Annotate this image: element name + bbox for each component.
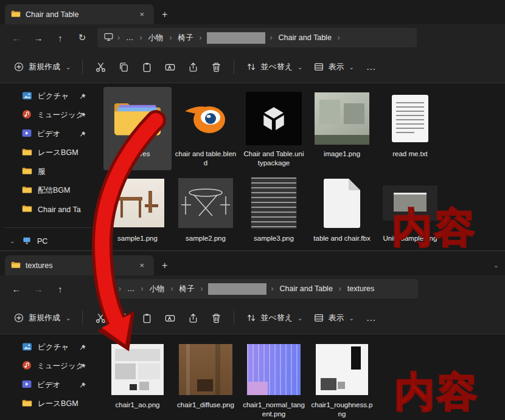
- new-item-button[interactable]: 新規作成 ⌄: [9, 58, 75, 76]
- breadcrumb-komono[interactable]: 小物: [147, 283, 167, 295]
- cut-button[interactable]: [89, 57, 111, 77]
- crumb-separator: ›: [198, 284, 206, 293]
- breadcrumb-ellipsis[interactable]: …: [124, 32, 136, 43]
- forward-button[interactable]: →: [28, 28, 49, 47]
- navigation-bar: ← → ↑ ↻ › … › 小物 › 椅子 › › Chair and Tabl…: [0, 24, 505, 51]
- file-blend[interactable]: chair and table.blend: [172, 87, 240, 170]
- rename-button[interactable]: [159, 57, 181, 77]
- image-thumbnail: [251, 175, 297, 231]
- sidebar-item-race-bgm[interactable]: レースBGM: [4, 143, 92, 162]
- back-button[interactable]: ←: [6, 279, 27, 298]
- image-thumbnail: [178, 175, 233, 231]
- chevron-down-icon[interactable]: ⌄: [493, 261, 499, 269]
- breadcrumb-isu[interactable]: 椅子: [176, 32, 196, 44]
- image-thumbnail: [315, 91, 369, 146]
- sidebar-item-music[interactable]: ミュージック: [4, 357, 92, 376]
- tab-textures[interactable]: textures ×: [5, 255, 154, 275]
- file-textures-folder[interactable]: textures: [103, 87, 172, 170]
- sidebar-item-label: ビデオ: [37, 380, 60, 390]
- annotation-content-label-bottom: 内容: [394, 365, 479, 419]
- file-chair1-roughness[interactable]: chair1_roughness.png: [308, 338, 376, 420]
- sidebar-item-race-bgm[interactable]: レースBGM: [4, 394, 92, 413]
- file-image1[interactable]: image1.png: [308, 87, 376, 170]
- share-button[interactable]: [182, 57, 204, 77]
- paste-button[interactable]: [136, 57, 158, 77]
- breadcrumb-chair-and-table[interactable]: Chair and Table: [277, 283, 335, 294]
- paste-button[interactable]: [136, 308, 158, 328]
- new-item-button[interactable]: 新規作成 ⌄: [9, 309, 75, 327]
- sidebar-item-pictures[interactable]: ピクチャ: [4, 338, 92, 357]
- file-label: Chair and Table.unitypackage: [243, 150, 305, 168]
- sort-button[interactable]: 並べ替え ⌄: [241, 58, 307, 76]
- new-tab-button[interactable]: +: [154, 4, 175, 24]
- crumb-separator: ›: [267, 33, 276, 42]
- this-pc-icon: [105, 283, 115, 295]
- file-chair1-diffuse[interactable]: chair1_diffuse.png: [172, 338, 240, 420]
- sidebar-item-pc[interactable]: ⌄ PC: [4, 232, 92, 250]
- up-button[interactable]: ↑: [50, 279, 71, 298]
- cut-button[interactable]: [89, 308, 111, 328]
- rename-button[interactable]: [159, 308, 181, 328]
- file-sample1[interactable]: sample1.png: [103, 171, 172, 246]
- file-chair1-normal-tangent[interactable]: chair1_normal_tangent.png: [240, 338, 308, 420]
- chevron-down-icon[interactable]: ⌄: [10, 238, 15, 244]
- sidebar-item-music[interactable]: ミュージック: [4, 106, 92, 125]
- up-button[interactable]: ↑: [50, 28, 71, 47]
- copy-button[interactable]: [113, 308, 134, 328]
- sidebar-item-label: レースBGM: [38, 399, 78, 409]
- forward-button[interactable]: →: [28, 279, 49, 298]
- text-file-icon: [391, 91, 429, 146]
- sidebar-item-label: PC: [37, 237, 47, 246]
- close-tab-button[interactable]: ×: [136, 9, 148, 19]
- sidebar-item-fuku[interactable]: 服: [4, 162, 92, 181]
- annotation-content-label-top: 内容: [392, 201, 477, 255]
- breadcrumb-chair-and-table[interactable]: Chair and Table: [276, 32, 334, 43]
- file-label: table and chair.fbx: [313, 234, 370, 243]
- image-thumbnail: [111, 342, 164, 398]
- breadcrumb-komono[interactable]: 小物: [146, 32, 166, 44]
- sidebar-item-chair-and-table[interactable]: Chair and Ta: [4, 200, 92, 219]
- view-button[interactable]: 表示 ⌄: [308, 58, 358, 76]
- chevron-down-icon: ⌄: [66, 64, 71, 71]
- address-bar[interactable]: › … › 小物 › 椅子 › › Chair and Table › text…: [99, 279, 418, 298]
- file-unitypackage[interactable]: Chair and Table.unitypackage: [240, 87, 308, 170]
- close-tab-button[interactable]: ×: [136, 260, 148, 270]
- copy-button[interactable]: [113, 57, 134, 77]
- sidebar: ピクチャ ミュージック ビデオ レースBGM 服: [0, 83, 96, 250]
- sidebar-item-label: レースBGM: [38, 148, 78, 158]
- delete-button[interactable]: [205, 308, 227, 328]
- see-more-button[interactable]: …: [360, 312, 383, 323]
- crumb-separator: ›: [114, 33, 123, 42]
- back-button[interactable]: ←: [6, 28, 27, 47]
- file-sample2[interactable]: sample2.png: [172, 171, 240, 246]
- sidebar-item-videos[interactable]: ビデオ: [4, 376, 92, 394]
- breadcrumb-textures[interactable]: textures: [345, 283, 377, 294]
- crumb-separator: ›: [336, 284, 344, 293]
- share-button[interactable]: [182, 308, 204, 328]
- file-sample3[interactable]: sample3.png: [240, 171, 308, 246]
- folder-icon: [22, 399, 32, 409]
- sidebar-item-haishin-bgm[interactable]: 配信BGM: [4, 181, 92, 200]
- file-fbx[interactable]: table and chair.fbx: [308, 171, 376, 246]
- address-bar[interactable]: › … › 小物 › 椅子 › › Chair and Table ›: [97, 28, 417, 47]
- see-more-button[interactable]: …: [360, 61, 383, 72]
- sort-button[interactable]: 並べ替え ⌄: [241, 309, 307, 327]
- breadcrumb-ellipsis[interactable]: …: [125, 283, 138, 294]
- share-icon: [187, 61, 199, 73]
- toolbar-divider: [82, 60, 83, 74]
- file-chair1-ao[interactable]: chair1_ao.png: [103, 338, 172, 420]
- view-icon: [313, 312, 324, 323]
- breadcrumb-isu[interactable]: 椅子: [177, 283, 197, 295]
- sidebar-item-label: ミュージック: [37, 110, 83, 120]
- view-button[interactable]: 表示 ⌄: [308, 309, 358, 327]
- refresh-button[interactable]: ↻: [72, 28, 92, 47]
- file-readme[interactable]: read me.txt: [376, 87, 444, 170]
- file-label: chair1_ao.png: [116, 401, 160, 410]
- sidebar-item-videos[interactable]: ビデオ: [4, 125, 92, 143]
- plus-circle-icon: [13, 312, 24, 323]
- new-tab-button[interactable]: +: [154, 255, 175, 275]
- sort-icon: [246, 61, 257, 72]
- tab-chair-and-table[interactable]: Chair and Table ×: [5, 4, 154, 24]
- delete-button[interactable]: [205, 57, 227, 77]
- sidebar-item-pictures[interactable]: ピクチャ: [4, 87, 92, 106]
